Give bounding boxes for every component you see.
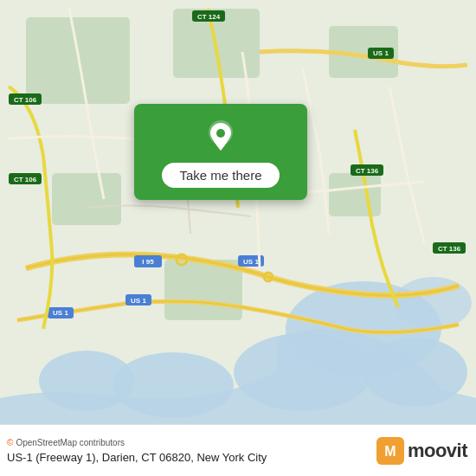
copyright-symbol: © [7,438,13,447]
svg-text:US 1: US 1 [373,49,389,57]
map-container: I 95 US 1 US 1 US 1 US 1 CT 106 CT 106 C… [0,0,476,424]
svg-point-6 [394,277,472,329]
svg-rect-11 [329,173,381,216]
osm-credit: © OpenStreetMap contributors [7,438,267,447]
svg-text:CT 106: CT 106 [14,176,37,183]
svg-text:US 1: US 1 [53,309,68,317]
svg-text:US 1: US 1 [131,297,146,305]
bottom-left-info: © OpenStreetMap contributors US-1 (Freew… [7,438,267,464]
location-tooltip[interactable]: Take me there [134,104,307,200]
svg-rect-10 [52,173,121,225]
svg-text:CT 136: CT 136 [356,167,379,175]
svg-text:US 1: US 1 [243,258,259,266]
address-text: US-1 (Freeway 1), Darien, CT 06820, New … [7,451,267,464]
svg-text:I 95: I 95 [142,258,154,266]
moovit-icon: M [376,437,404,465]
take-me-there-button[interactable]: Take me there [162,163,279,188]
moovit-logo: M moovit [376,437,467,465]
bottom-bar: © OpenStreetMap contributors US-1 (Freew… [0,424,476,476]
svg-text:CT 136: CT 136 [438,245,461,253]
osm-credit-text: OpenStreetMap contributors [16,438,125,447]
svg-text:CT 124: CT 124 [197,13,221,21]
moovit-text: moovit [408,440,467,462]
svg-point-36 [216,129,225,138]
svg-text:M: M [384,444,396,459]
location-pin-icon [202,118,240,156]
svg-text:CT 106: CT 106 [14,96,37,104]
